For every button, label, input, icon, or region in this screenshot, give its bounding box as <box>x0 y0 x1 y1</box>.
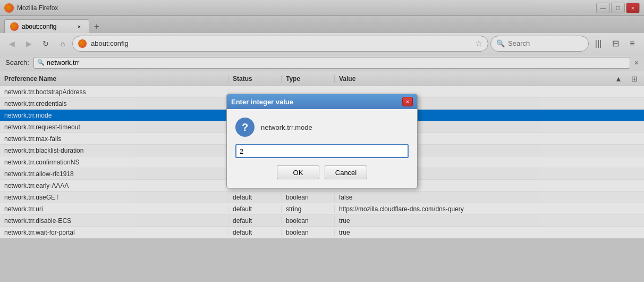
dialog-field-name: network.trr.mode <box>261 123 312 131</box>
dialog-title-bar: Enter integer value × <box>227 94 417 109</box>
dialog-title: Enter integer value <box>231 98 293 106</box>
dialog-close-button[interactable]: × <box>402 97 413 106</box>
modal-overlay: Enter integer value × ? network.trr.mode… <box>0 0 644 282</box>
dialog-body: ? network.trr.mode OK Cancel <box>227 109 417 188</box>
dialog-buttons: OK Cancel <box>235 165 409 179</box>
dialog-field-row: ? network.trr.mode <box>235 118 409 137</box>
cancel-button[interactable]: Cancel <box>325 165 367 179</box>
enter-integer-dialog: Enter integer value × ? network.trr.mode… <box>226 94 418 188</box>
question-icon: ? <box>235 118 255 137</box>
ok-button[interactable]: OK <box>277 165 319 179</box>
integer-input[interactable] <box>235 144 409 158</box>
